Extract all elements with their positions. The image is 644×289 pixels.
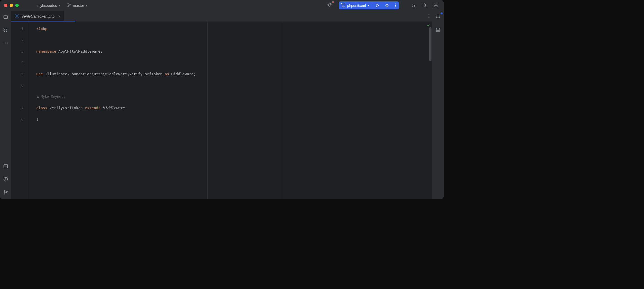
titlebar-right-actions	[410, 2, 440, 9]
more-run-options-button[interactable]	[392, 3, 399, 7]
code-content[interactable]: <?php namespace App\Http\Middleware; use…	[28, 21, 426, 199]
chevron-down-icon: ▾	[59, 4, 60, 7]
svg-point-2	[70, 4, 70, 5]
branch-icon	[67, 3, 71, 8]
config-icon: ✕	[342, 3, 345, 7]
window-minimize-button[interactable]	[10, 4, 13, 7]
settings-icon[interactable]	[432, 2, 440, 9]
svg-point-10	[423, 4, 426, 6]
svg-point-25	[429, 16, 430, 17]
svg-point-23	[7, 191, 7, 192]
svg-point-21	[4, 190, 5, 191]
code-token: {	[36, 117, 38, 121]
wrap-guide	[207, 21, 208, 199]
window-maximize-button[interactable]	[15, 4, 19, 7]
line-number: 2	[11, 34, 28, 46]
terminal-tool-icon[interactable]	[2, 162, 10, 170]
php-class-icon: C	[15, 14, 19, 18]
svg-point-24	[429, 14, 430, 15]
project-name: myke.codes	[37, 3, 57, 8]
svg-point-5	[386, 5, 388, 7]
project-picker[interactable]: myke.codes ▾	[35, 2, 63, 9]
line-number-gutter: 1 2 3 4 5 6 7 8	[11, 21, 28, 199]
notifications-icon[interactable]	[434, 13, 442, 21]
code-token: class	[36, 106, 47, 110]
run-config-bar: ✕ phpunit.xml ▾	[339, 1, 399, 9]
line-number: 3	[11, 46, 28, 57]
problems-tool-icon[interactable]	[2, 175, 10, 183]
svg-point-27	[37, 96, 38, 97]
svg-point-28	[436, 28, 440, 29]
titlebar: myke.codes ▾ master ▾ ✕	[0, 0, 444, 11]
author-annotation: Myke Meynell	[36, 91, 426, 102]
code-token: VerifyCsrfToken	[47, 106, 85, 110]
scrollbar-thumb[interactable]	[429, 27, 432, 61]
code-with-me-icon[interactable]	[410, 2, 417, 9]
svg-point-8	[395, 7, 396, 7]
left-tool-strip	[0, 11, 11, 199]
svg-point-22	[4, 193, 5, 194]
run-config-name: phpunit.xml	[347, 3, 366, 8]
line-number: 8	[11, 114, 28, 125]
line-number: 4	[11, 57, 28, 68]
line-number: 5	[11, 68, 28, 80]
svg-point-11	[435, 5, 437, 6]
editor-area: C VerifyCsrfToken.php × 1 2 3 4	[11, 11, 432, 199]
editor-gutter-right	[426, 21, 432, 199]
code-token: <?php	[36, 27, 47, 31]
svg-point-17	[5, 43, 6, 44]
svg-rect-12	[4, 28, 5, 29]
code-token: Middleware	[169, 72, 194, 76]
project-tool-icon[interactable]	[2, 13, 10, 21]
code-token: ;	[100, 49, 103, 53]
vcs-tool-icon[interactable]	[2, 188, 10, 196]
svg-point-0	[68, 3, 68, 4]
wrap-guide	[283, 21, 283, 199]
branch-name: master	[73, 3, 84, 8]
svg-rect-19	[4, 165, 8, 168]
line-number: 7	[11, 102, 28, 114]
structure-tool-icon[interactable]	[2, 26, 10, 34]
editor-tab-bar: C VerifyCsrfToken.php ×	[11, 11, 432, 21]
tab-filename: VerifyCsrfToken.php	[22, 14, 55, 18]
code-token: ;	[194, 72, 196, 76]
svg-rect-14	[6, 28, 7, 29]
code-token: Middleware	[100, 106, 125, 110]
run-button[interactable]	[372, 3, 382, 7]
svg-point-6	[395, 4, 396, 5]
editor-tab[interactable]: C VerifyCsrfToken.php ×	[11, 11, 64, 21]
tab-options-icon[interactable]	[426, 11, 432, 21]
code-token: namespace	[36, 49, 56, 53]
traffic-lights	[4, 4, 19, 7]
svg-rect-15	[6, 30, 7, 32]
code-editor[interactable]: 1 2 3 4 5 6 7 8 <?php namespace App\Http…	[11, 21, 432, 199]
author-name: Myke Meynell	[41, 91, 65, 102]
run-config-selector[interactable]: ✕ phpunit.xml ▾	[339, 3, 372, 8]
code-token: Illuminate\Foundation\Http\Middleware\Ve…	[43, 72, 164, 76]
right-tool-strip	[432, 11, 444, 199]
branch-picker[interactable]: master ▾	[65, 2, 90, 9]
svg-point-1	[68, 6, 68, 7]
code-token: as	[165, 72, 169, 76]
code-token: use	[36, 72, 43, 76]
debug-button[interactable]	[382, 3, 392, 8]
svg-point-26	[429, 17, 430, 18]
more-tools-icon[interactable]	[2, 39, 10, 47]
error-badge-icon: ✕	[332, 1, 334, 4]
database-tool-icon[interactable]	[434, 26, 442, 34]
close-tab-icon[interactable]: ×	[57, 14, 61, 19]
ide-window: myke.codes ▾ master ▾ ✕	[0, 0, 444, 199]
chevron-down-icon: ▾	[86, 4, 87, 7]
line-number: 1	[11, 23, 28, 34]
search-icon[interactable]	[421, 2, 428, 9]
debug-toolbar-button[interactable]: ✕	[325, 1, 334, 10]
line-number: 6	[11, 80, 28, 91]
svg-point-3	[328, 4, 330, 6]
code-token: extends	[85, 106, 100, 110]
chevron-down-icon: ▾	[368, 4, 369, 7]
svg-point-9	[413, 4, 414, 5]
svg-point-7	[395, 5, 396, 6]
window-close-button[interactable]	[4, 4, 7, 7]
svg-rect-13	[4, 30, 5, 32]
code-token: App\Http\Middleware	[56, 49, 100, 53]
